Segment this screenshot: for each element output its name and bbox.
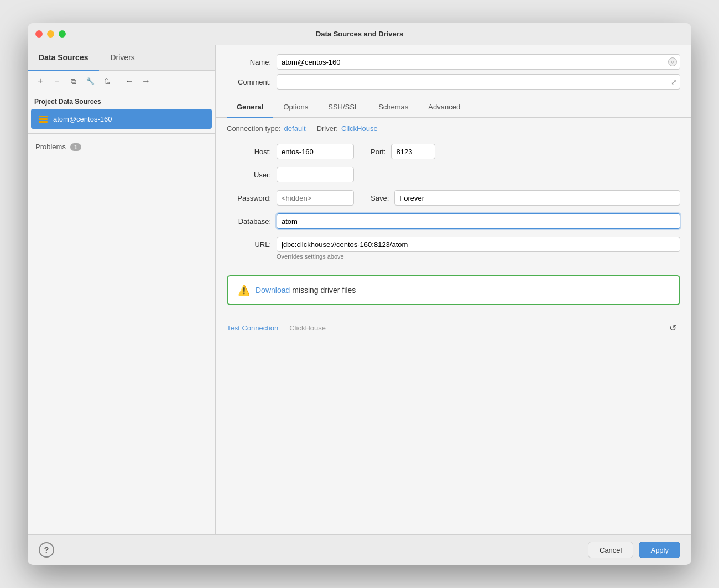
import-button[interactable]: ⏎ [100, 74, 114, 88]
back-button[interactable]: ← [122, 74, 137, 88]
tab-general[interactable]: General [227, 97, 273, 118]
tab-drivers[interactable]: Drivers [99, 45, 145, 71]
apply-button[interactable]: Apply [639, 542, 680, 558]
help-button[interactable]: ? [39, 542, 54, 558]
user-label: User: [227, 171, 271, 179]
password-row: Password: Save: [227, 190, 680, 206]
window-controls [35, 30, 66, 38]
url-label: URL: [227, 240, 271, 249]
sidebar-item-label: atom@centos-160 [53, 115, 112, 123]
warning-rest-text: missing driver files [290, 286, 356, 295]
sidebar-tabs: Data Sources Drivers [28, 45, 215, 71]
name-input[interactable] [277, 54, 680, 70]
warning-text: Download missing driver files [256, 286, 356, 295]
save-label: Save: [371, 194, 389, 202]
warning-box[interactable]: ⚠️ Download missing driver files [227, 275, 680, 305]
url-row: URL: [227, 237, 680, 252]
form-header: Name: ○ Comment: ⤢ [216, 45, 691, 90]
host-label: Host: [227, 148, 271, 156]
footer: ? Cancel Apply [28, 534, 691, 565]
driver-name-label: ClickHouse [289, 324, 326, 332]
sidebar-toolbar: + − ⧉ 🔧 ⏎ ← → [28, 71, 215, 92]
expand-icon[interactable]: ⤢ [671, 78, 677, 86]
close-button[interactable] [35, 30, 43, 38]
tab-options[interactable]: Options [273, 97, 318, 118]
add-icon: + [38, 76, 43, 86]
remove-button[interactable]: − [50, 74, 64, 88]
driver-value[interactable]: ClickHouse [341, 124, 378, 133]
url-hint: Overrides settings above [277, 253, 680, 260]
tab-advanced[interactable]: Advanced [418, 97, 470, 118]
test-connection-link[interactable]: Test Connection [227, 324, 278, 332]
problems-label: Problems [35, 143, 66, 151]
toolbar-separator [118, 76, 118, 86]
back-icon: ← [125, 76, 134, 86]
name-label: Name: [227, 58, 271, 66]
comment-input-wrap: ⤢ [277, 74, 680, 90]
database-row: Database: [227, 213, 680, 229]
user-row: User: [227, 167, 680, 182]
right-panel-scrollable: Connection type: default Driver: ClickHo… [216, 118, 691, 534]
url-section: URL: Overrides settings above [227, 237, 680, 260]
download-link[interactable]: Download [256, 286, 290, 295]
connection-type-value[interactable]: default [284, 124, 306, 133]
settings-button[interactable]: 🔧 [83, 74, 97, 88]
database-input[interactable] [277, 213, 680, 229]
app-window: Data Sources and Drivers Data Sources Dr… [28, 23, 691, 565]
remove-icon: − [54, 76, 59, 86]
import-icon: ⏎ [102, 78, 111, 85]
port-input[interactable] [391, 144, 435, 159]
tabs-row: General Options SSH/SSL Schemas Advanced [216, 97, 691, 118]
tab-schemas[interactable]: Schemas [368, 97, 418, 118]
url-input[interactable] [277, 237, 680, 252]
sidebar: Data Sources Drivers + − ⧉ 🔧 ⏎ [28, 45, 216, 534]
cancel-button[interactable]: Cancel [588, 542, 633, 558]
forward-button[interactable]: → [139, 74, 153, 88]
database-label: Database: [227, 217, 271, 225]
problems-row: Problems 1 [28, 138, 215, 155]
problems-badge: 1 [70, 143, 81, 151]
name-clear-icon[interactable]: ○ [668, 57, 677, 66]
add-button[interactable]: + [33, 74, 48, 88]
save-input[interactable] [394, 190, 680, 206]
sidebar-item-atom-centos[interactable]: atom@centos-160 [31, 109, 212, 129]
name-row: Name: ○ [227, 54, 680, 70]
maximize-button[interactable] [59, 30, 66, 38]
tab-data-sources[interactable]: Data Sources [28, 45, 99, 71]
wrench-icon: 🔧 [86, 77, 95, 85]
copy-icon: ⧉ [71, 77, 76, 86]
refresh-button[interactable]: ↺ [665, 320, 680, 335]
port-label: Port: [371, 148, 385, 156]
right-panel: Name: ○ Comment: ⤢ General Opti [216, 45, 691, 534]
driver-label: Driver: [317, 124, 338, 133]
project-data-sources-label: Project Data Sources [28, 92, 215, 109]
connection-type-label: Connection type: [227, 124, 281, 133]
fields-area: Host: Port: User: Password: Save [216, 137, 691, 266]
password-input[interactable] [277, 190, 354, 206]
minimize-button[interactable] [47, 30, 54, 38]
window-title: Data Sources and Drivers [316, 30, 403, 38]
warning-triangle-icon: ⚠️ [238, 284, 250, 296]
copy-button[interactable]: ⧉ [66, 74, 81, 88]
question-mark-icon: ? [44, 545, 49, 554]
comment-input[interactable] [277, 74, 680, 90]
connection-info: Connection type: default Driver: ClickHo… [216, 118, 691, 137]
bottom-actions: Test Connection ClickHouse ↺ [216, 314, 691, 341]
titlebar: Data Sources and Drivers [28, 23, 691, 45]
warning-area: ⚠️ Download missing driver files [216, 266, 691, 314]
comment-row: Comment: ⤢ [227, 74, 680, 90]
forward-icon: → [142, 76, 150, 86]
tab-ssh-ssl[interactable]: SSH/SSL [318, 97, 368, 118]
host-input[interactable] [277, 144, 354, 159]
refresh-icon: ↺ [669, 323, 676, 333]
host-port-row: Host: Port: [227, 144, 680, 159]
database-icon [38, 113, 49, 124]
password-label: Password: [227, 194, 271, 202]
comment-label: Comment: [227, 78, 271, 86]
user-input[interactable] [277, 167, 354, 182]
sidebar-divider [28, 133, 215, 134]
main-content: Data Sources Drivers + − ⧉ 🔧 ⏎ [28, 45, 691, 534]
name-input-wrap: ○ [277, 54, 680, 70]
